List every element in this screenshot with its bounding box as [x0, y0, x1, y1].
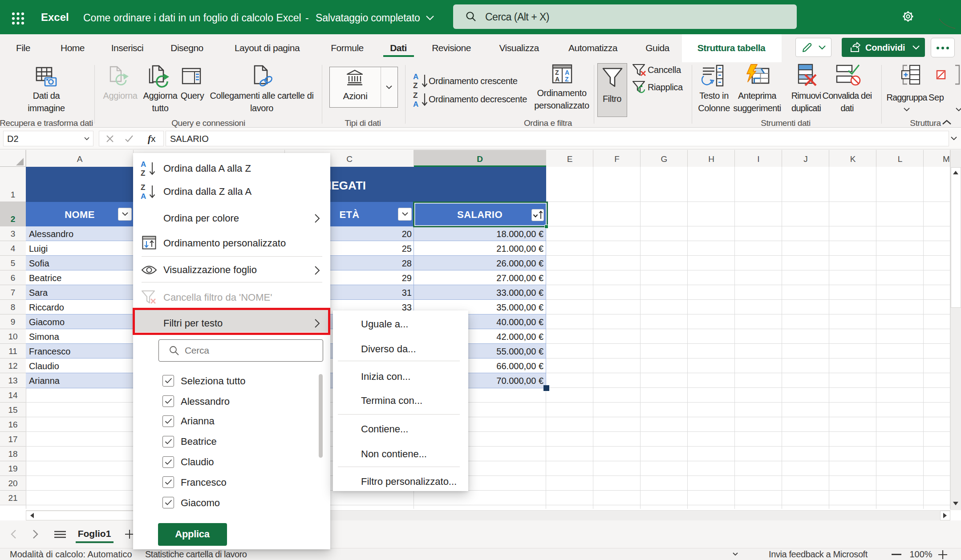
svg-text:Z: Z [413, 91, 418, 100]
svg-text:A: A [555, 76, 560, 83]
svg-text:A: A [413, 100, 418, 109]
svg-text:A: A [141, 192, 146, 201]
svg-text:Z: Z [141, 183, 145, 192]
svg-text:Z: Z [141, 169, 145, 177]
svg-text:A: A [565, 69, 569, 76]
svg-text:A: A [141, 160, 146, 169]
svg-text:Z: Z [413, 81, 418, 90]
svg-text:A: A [413, 73, 418, 81]
svg-text:Z: Z [565, 76, 569, 83]
svg-text:Z: Z [555, 69, 559, 76]
